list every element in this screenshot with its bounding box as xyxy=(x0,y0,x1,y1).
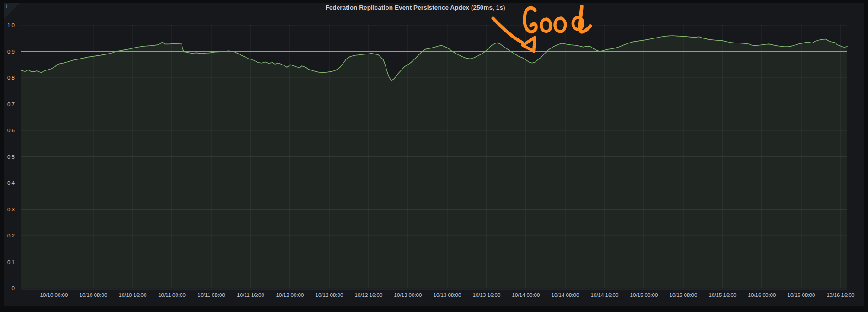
time-series-chart[interactable] xyxy=(0,0,868,312)
grafana-dashboard-page: i Federation Replication Event Persisten… xyxy=(0,0,868,312)
series-area-fill xyxy=(21,36,847,288)
